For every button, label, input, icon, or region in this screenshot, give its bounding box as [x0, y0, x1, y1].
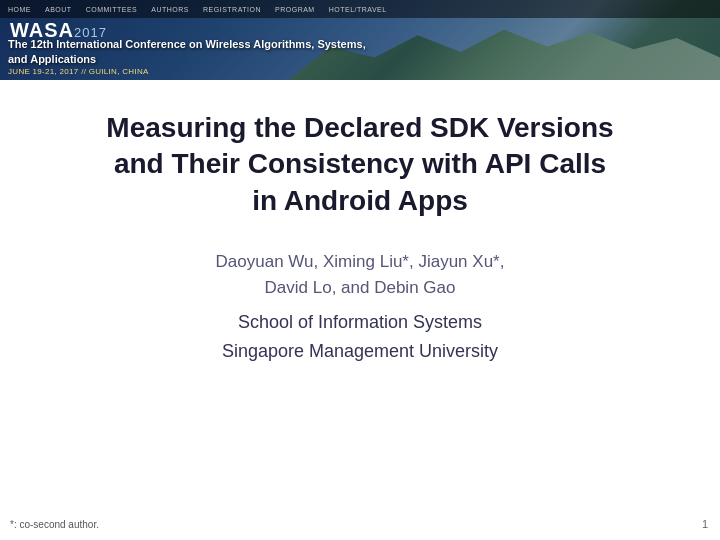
footnote: *: co-second author. [10, 519, 99, 530]
slide-number: 1 [702, 518, 708, 530]
slide-title: Measuring the Declared SDK Versions and … [60, 110, 660, 219]
nav-program[interactable]: PROGRAM [275, 6, 315, 13]
nav-registration[interactable]: REGISTRATION [203, 6, 261, 13]
header-banner: HOME ABOUT COMMITTEES AUTHORS REGISTRATI… [0, 0, 720, 80]
nav-hotel[interactable]: HOTEL/TRAVEL [329, 6, 387, 13]
slide-content: Measuring the Declared SDK Versions and … [0, 80, 720, 386]
conf-title-line1: The 12th International Conference on Wir… [8, 37, 366, 51]
nav-authors[interactable]: AUTHORS [151, 6, 189, 13]
conference-title-overlay: The 12th International Conference on Wir… [8, 37, 366, 76]
authors-text: Daoyuan Wu, Ximing Liu*, Jiayun Xu*, Dav… [60, 249, 660, 300]
nav-bar: HOME ABOUT COMMITTEES AUTHORS REGISTRATI… [0, 0, 720, 18]
nav-about[interactable]: ABOUT [45, 6, 72, 13]
conf-title-line2: and Applications [8, 52, 366, 66]
conf-date-location: JUNE 19-21, 2017 // GUILIN, CHINA [8, 67, 366, 76]
nav-committees[interactable]: COMMITTEES [86, 6, 138, 13]
nav-home[interactable]: HOME [8, 6, 31, 13]
institution-text: School of Information Systems Singapore … [60, 308, 660, 366]
